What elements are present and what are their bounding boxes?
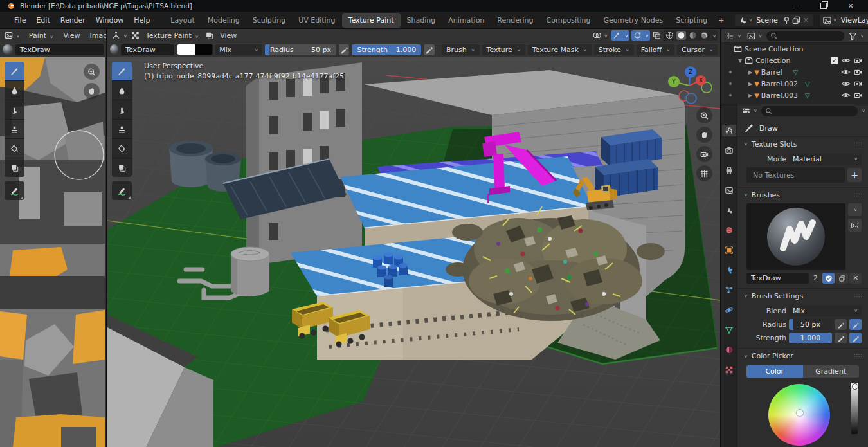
outliner-row-barrel[interactable]: ▶ ▼ Barrel ▽ bbox=[721, 66, 868, 78]
background-color-swatch[interactable] bbox=[195, 44, 212, 55]
collection-checkbox[interactable]: ✓ bbox=[831, 57, 838, 64]
tool-clone[interactable] bbox=[112, 120, 132, 139]
tool-annotate[interactable] bbox=[112, 181, 132, 200]
camera-visibility-icon[interactable] bbox=[853, 68, 863, 77]
eye-icon[interactable] bbox=[841, 68, 851, 77]
tab-particles[interactable] bbox=[722, 284, 736, 296]
tab-modeling[interactable]: Modeling bbox=[201, 13, 246, 28]
unlink-scene-icon[interactable]: ✕ bbox=[801, 15, 811, 25]
brush-select-dropdown[interactable]: ∨ bbox=[848, 203, 862, 216]
new-scene-icon[interactable] bbox=[791, 15, 801, 25]
viewport-gizmo-toggle[interactable]: ∨ bbox=[631, 30, 650, 41]
brush-preview-icon[interactable] bbox=[3, 44, 13, 55]
strength-pressure-button[interactable] bbox=[424, 44, 434, 55]
brush-popover[interactable]: Brush∨ bbox=[442, 44, 480, 55]
gradient-tab[interactable]: Gradient bbox=[803, 365, 860, 378]
tab-geometry-nodes[interactable]: Geometry Nodes bbox=[597, 13, 669, 28]
brush-preview-icon[interactable] bbox=[110, 44, 118, 55]
tab-view-layer[interactable] bbox=[722, 185, 736, 196]
disclosure-triangle-icon[interactable]: ▶ bbox=[748, 81, 752, 87]
viewport-view-menu[interactable]: View bbox=[216, 30, 240, 41]
outliner-row-collection[interactable]: ▼ Collection ✓ bbox=[721, 55, 868, 66]
overlays-toggle[interactable]: ∨ bbox=[591, 30, 610, 41]
tool-annotate[interactable] bbox=[5, 181, 24, 200]
disclosure-triangle-icon[interactable]: ▼ bbox=[738, 58, 742, 64]
filter-dropdown[interactable]: ∨ bbox=[847, 31, 865, 41]
menu-help[interactable]: Help bbox=[129, 14, 155, 27]
color-wheel-cursor[interactable] bbox=[797, 410, 803, 416]
editor-type-dropdown[interactable]: ∨ bbox=[3, 30, 21, 41]
strength-slider[interactable]: 1.000 bbox=[789, 333, 832, 343]
tab-object[interactable] bbox=[722, 244, 736, 256]
tab-layout[interactable]: Layout bbox=[164, 13, 201, 28]
tab-compositing[interactable]: Compositing bbox=[540, 13, 597, 28]
strength-slider[interactable]: Strength1.000 bbox=[352, 44, 421, 55]
radius-pressure-button[interactable] bbox=[835, 319, 847, 330]
tab-shading[interactable]: Shading bbox=[401, 13, 442, 28]
tab-material[interactable] bbox=[722, 344, 736, 356]
tab-animation[interactable]: Animation bbox=[442, 13, 491, 28]
chevron-down-icon[interactable]: ∨ bbox=[862, 109, 865, 113]
tab-render[interactable] bbox=[722, 145, 736, 156]
brush-name-field[interactable]: TexDraw bbox=[121, 44, 174, 55]
brushes-header[interactable]: ∨ Brushes ∷∷ bbox=[737, 188, 868, 202]
tool-draw[interactable] bbox=[112, 62, 132, 81]
image-brush-name-field[interactable]: TexDraw bbox=[15, 44, 104, 55]
image-editor-canvas[interactable] bbox=[0, 57, 106, 447]
display-mode-dropdown[interactable]: ∨ bbox=[724, 31, 743, 41]
tab-scripting[interactable]: Scripting bbox=[669, 13, 714, 28]
tool-soften[interactable] bbox=[112, 81, 132, 100]
chevron-down-icon[interactable]: ∨ bbox=[748, 17, 752, 22]
tab-output[interactable] bbox=[722, 165, 736, 176]
color-tab[interactable]: Color bbox=[746, 365, 803, 378]
texture-popover[interactable]: Texture∨ bbox=[482, 44, 525, 55]
menu-render[interactable]: Render bbox=[55, 14, 91, 27]
tool-mask[interactable] bbox=[5, 158, 24, 177]
image-editor-view-menu[interactable]: View bbox=[59, 30, 84, 41]
value-slider[interactable] bbox=[851, 383, 858, 434]
strength-unified-button[interactable] bbox=[849, 333, 862, 343]
unlink-brush-button[interactable]: ✕ bbox=[849, 273, 862, 284]
tab-modifiers[interactable] bbox=[722, 264, 736, 276]
editor-type-dropdown[interactable]: ∨ bbox=[110, 30, 129, 41]
eye-icon[interactable] bbox=[841, 91, 851, 100]
view-layer-icon[interactable] bbox=[822, 15, 832, 25]
tab-world[interactable] bbox=[722, 224, 736, 236]
pan-gizmo[interactable] bbox=[84, 83, 100, 99]
add-texture-button[interactable]: + bbox=[847, 168, 862, 182]
radius-slider[interactable]: Radius50 px bbox=[265, 44, 336, 55]
radius-pressure-button[interactable] bbox=[339, 44, 349, 55]
view-layer-name[interactable]: ViewLayer bbox=[837, 16, 868, 24]
strength-pressure-button[interactable] bbox=[835, 333, 847, 343]
tab-uv-editing[interactable]: UV Editing bbox=[292, 13, 341, 28]
outliner-row-barrel-003[interactable]: ▶ ▼ Barrel.003 ▽ bbox=[721, 89, 868, 101]
chevron-down-icon[interactable]: ∨ bbox=[712, 33, 716, 37]
eye-icon[interactable] bbox=[841, 56, 851, 65]
panel-grip-icon[interactable]: ∷∷ bbox=[854, 141, 863, 147]
pin-icon[interactable] bbox=[782, 15, 791, 25]
disclosure-triangle-icon[interactable]: ▶ bbox=[748, 69, 752, 75]
tab-physics[interactable] bbox=[722, 304, 736, 316]
color-picker-header[interactable]: ∨ Color Picker ∷∷ bbox=[737, 349, 868, 363]
radius-slider[interactable]: 50 px bbox=[789, 319, 832, 330]
texture-slot-mode-dropdown[interactable]: Material∨ bbox=[789, 154, 862, 165]
brush-users-count[interactable]: 2 bbox=[810, 273, 821, 284]
tab-tool[interactable] bbox=[722, 125, 736, 136]
material-shading-icon[interactable] bbox=[688, 31, 698, 40]
value-slider-handle[interactable] bbox=[852, 383, 858, 390]
tab-texture-paint[interactable]: Texture Paint bbox=[342, 13, 401, 28]
tab-sculpting[interactable]: Sculpting bbox=[246, 13, 292, 28]
menu-file[interactable]: File bbox=[9, 14, 31, 27]
restore-button[interactable] bbox=[810, 0, 837, 12]
panel-grip-icon[interactable]: ∷∷ bbox=[854, 352, 863, 359]
tool-fill[interactable] bbox=[112, 139, 132, 158]
camera-visibility-icon[interactable] bbox=[853, 79, 863, 88]
tab-scene[interactable] bbox=[722, 205, 736, 216]
brush-preview[interactable] bbox=[746, 203, 845, 270]
outliner-search-input[interactable] bbox=[766, 31, 844, 41]
brush-name-field[interactable]: TexDraw bbox=[746, 273, 809, 284]
scene-name[interactable]: Scene bbox=[752, 16, 782, 24]
radius-unified-button[interactable] bbox=[849, 319, 862, 330]
minimize-button[interactable]: − bbox=[783, 0, 810, 12]
panel-grip-icon[interactable]: ∷∷ bbox=[854, 192, 863, 198]
